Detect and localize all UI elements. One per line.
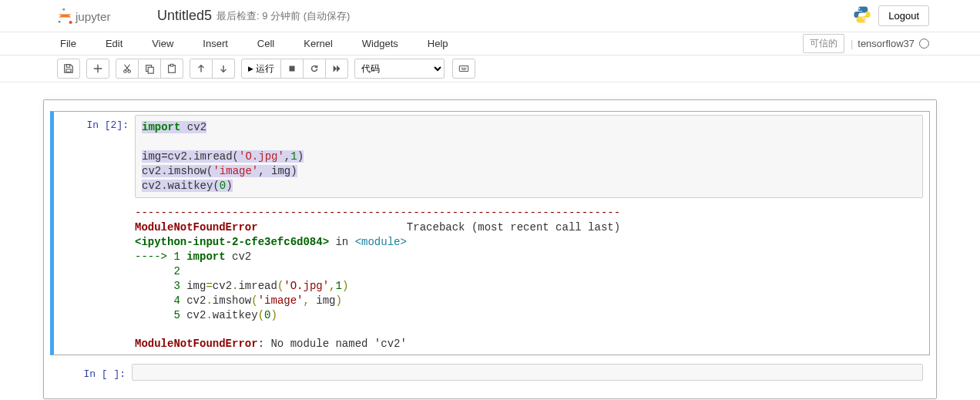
kernel-idle-icon	[919, 39, 929, 49]
keyboard-icon	[458, 63, 469, 74]
menu-cell[interactable]: Cell	[254, 34, 277, 53]
stop-icon	[287, 63, 297, 74]
run-icon	[248, 63, 256, 74]
code-input[interactable]: import cv2 img=cv2.imread('O.jpg',1) cv2…	[135, 115, 923, 198]
code-cell[interactable]: In [2]: import cv2 img=cv2.imread('O.jpg…	[50, 111, 930, 355]
input-prompt: In [2]:	[54, 115, 135, 351]
input-prompt: In [ ]:	[51, 364, 132, 381]
restart-button[interactable]	[304, 59, 326, 79]
svg-point-5	[864, 20, 866, 22]
svg-rect-7	[66, 69, 71, 72]
svg-rect-15	[459, 66, 468, 72]
menu-bar: File Edit View Insert Cell Kernel Widget…	[0, 32, 980, 55]
insert-cell-button[interactable]	[86, 59, 109, 79]
tool-bar: 运行 代码Markdown原生 NBConvert标题	[0, 55, 980, 82]
arrow-down-icon	[218, 63, 229, 74]
cut-button[interactable]	[116, 59, 139, 79]
arrow-up-icon	[196, 63, 206, 74]
svg-point-4	[859, 8, 861, 9]
run-label: 运行	[256, 62, 274, 76]
svg-point-2	[59, 20, 61, 22]
menu-edit[interactable]: Edit	[102, 34, 126, 53]
jupyter-logo[interactable]: jupyter	[57, 7, 143, 25]
svg-point-1	[69, 20, 72, 23]
menu-view[interactable]: View	[149, 34, 176, 53]
code-cell[interactable]: In [ ]:	[50, 360, 930, 385]
restart-run-all-button[interactable]	[326, 59, 348, 79]
python-logo-icon	[852, 5, 878, 27]
svg-rect-14	[290, 66, 295, 72]
paste-button[interactable]	[161, 59, 183, 79]
move-up-button[interactable]	[190, 59, 213, 79]
svg-point-0	[62, 8, 65, 10]
svg-rect-11	[148, 67, 153, 73]
separator: |	[851, 38, 853, 49]
copy-button[interactable]	[139, 59, 161, 79]
run-button[interactable]: 运行	[241, 59, 281, 79]
cut-icon	[122, 63, 133, 74]
interrupt-button[interactable]	[281, 59, 304, 79]
restart-icon	[309, 63, 320, 74]
code-input[interactable]	[132, 364, 923, 381]
move-down-button[interactable]	[213, 59, 235, 79]
menu-widgets[interactable]: Widgets	[359, 34, 401, 53]
save-button[interactable]	[57, 59, 80, 79]
fast-forward-icon	[331, 63, 342, 74]
menu-help[interactable]: Help	[425, 34, 451, 53]
svg-rect-13	[170, 64, 173, 66]
cell-type-select[interactable]: 代码Markdown原生 NBConvert标题	[354, 59, 445, 79]
notebook-header: jupyter Untitled5 最后检查: 9 分钟前 (自动保存) Log…	[0, 0, 980, 32]
command-palette-button[interactable]	[452, 59, 475, 79]
menu-insert[interactable]: Insert	[200, 34, 231, 53]
paste-icon	[166, 63, 177, 74]
trusted-indicator[interactable]: 可信的	[803, 34, 844, 53]
output-area: ----------------------------------------…	[135, 198, 923, 351]
svg-text:jupyter: jupyter	[75, 9, 111, 22]
menu-file[interactable]: File	[57, 34, 79, 53]
copy-icon	[144, 63, 155, 74]
menu-kernel[interactable]: Kernel	[300, 34, 336, 53]
kernel-name[interactable]: tensorflow37	[858, 38, 915, 49]
plus-icon	[92, 63, 103, 74]
logout-button[interactable]: Logout	[878, 5, 929, 26]
save-icon	[63, 63, 74, 74]
checkpoint-status: 最后检查: 9 分钟前 (自动保存)	[216, 9, 350, 23]
notebook-container: In [2]: import cv2 img=cv2.imread('O.jpg…	[0, 82, 980, 400]
notebook-name[interactable]: Untitled5	[157, 8, 212, 24]
